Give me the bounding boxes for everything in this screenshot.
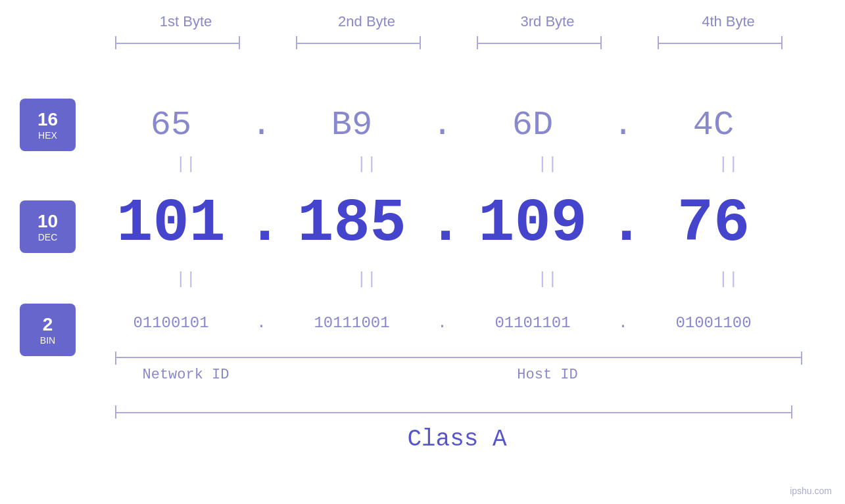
- byte-header-1: 1st Byte: [95, 13, 276, 30]
- host-bracket: [276, 352, 819, 365]
- watermark: ipshu.com: [790, 486, 832, 496]
- hex-badge: 16 HEX: [20, 99, 76, 151]
- equals-row-2: || || || ||: [95, 266, 819, 292]
- dec-badge: 10 DEC: [20, 200, 76, 253]
- hex-val-2: B9: [276, 106, 427, 145]
- bin-badge: 2 BIN: [20, 304, 76, 356]
- byte-header-4: 4th Byte: [638, 13, 819, 30]
- eq-3: ||: [457, 154, 638, 174]
- eq-24: ||: [638, 269, 819, 289]
- bin-val-1: 01100101: [95, 314, 247, 332]
- bin-val-4: 01001100: [638, 314, 789, 332]
- dot-3: .: [608, 106, 638, 145]
- bin-dot-3: .: [608, 314, 638, 332]
- dec-dot-3: .: [608, 189, 638, 258]
- hex-val-1: 65: [95, 106, 247, 145]
- bottom-brackets: [95, 352, 819, 365]
- main-layout: 1st Byte 2nd Byte 3rd Byte 4th Byte: [0, 0, 845, 504]
- top-bracket-2: [276, 36, 457, 49]
- byte-header-3: 3rd Byte: [457, 13, 638, 30]
- dec-val-3: 109: [457, 189, 608, 258]
- top-bracket-1: [95, 36, 276, 49]
- top-brackets: [95, 36, 819, 49]
- dec-val-2: 185: [276, 189, 427, 258]
- bin-val-3: 01101101: [457, 314, 608, 332]
- eq-1: ||: [95, 154, 276, 174]
- eq-22: ||: [276, 269, 457, 289]
- eq-2: ||: [276, 154, 457, 174]
- hex-val-3: 6D: [457, 106, 608, 145]
- hex-row: 65 . B9 . 6D . 4C: [95, 102, 789, 148]
- hex-val-4: 4C: [638, 106, 789, 145]
- dot-2: .: [427, 106, 457, 145]
- host-id-label: Host ID: [276, 367, 819, 383]
- dot-1: .: [247, 106, 276, 145]
- eq-23: ||: [457, 269, 638, 289]
- bin-val-2: 10111001: [276, 314, 427, 332]
- dec-dot-1: .: [247, 189, 276, 258]
- bin-row: 01100101 . 10111001 . 01101101 . 0100110…: [95, 300, 789, 346]
- dec-row: 101 . 185 . 109 . 76: [95, 187, 789, 260]
- class-label: Class A: [95, 426, 819, 453]
- bin-dot-2: .: [427, 314, 457, 332]
- top-bracket-3: [457, 36, 638, 49]
- bin-dot-1: .: [247, 314, 276, 332]
- dec-dot-2: .: [427, 189, 457, 258]
- byte-headers: 1st Byte 2nd Byte 3rd Byte 4th Byte: [95, 13, 819, 30]
- dec-val-1: 101: [95, 189, 247, 258]
- eq-4: ||: [638, 154, 819, 174]
- network-id-label: Network ID: [95, 367, 276, 383]
- eq-21: ||: [95, 269, 276, 289]
- class-bracket-wrapper: [95, 405, 812, 419]
- dec-val-4: 76: [638, 189, 789, 258]
- top-bracket-4: [638, 36, 819, 49]
- byte-header-2: 2nd Byte: [276, 13, 457, 30]
- equals-row-1: || || || ||: [95, 151, 819, 177]
- network-bracket: [95, 352, 276, 365]
- id-labels: Network ID Host ID: [95, 367, 819, 383]
